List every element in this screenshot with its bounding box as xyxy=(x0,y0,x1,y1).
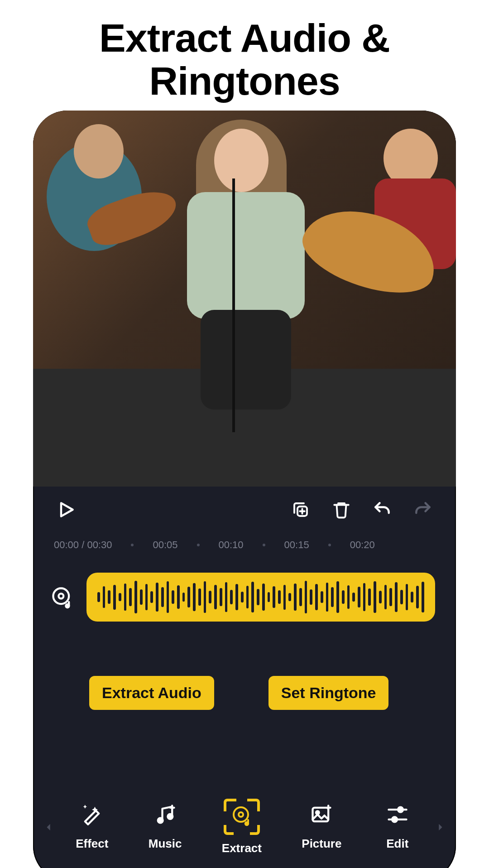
ruler-dot xyxy=(197,544,200,546)
waveform-bar xyxy=(140,589,143,605)
vinyl-note-icon xyxy=(48,583,76,611)
toolbar-scroll-left[interactable] xyxy=(42,822,56,832)
waveform-bar xyxy=(278,590,281,604)
waveform-bar xyxy=(220,588,222,606)
waveform-bar xyxy=(145,584,148,610)
promo-headline: Extract Audio & Ringtones xyxy=(0,0,489,102)
action-buttons: Extract Audio Set Ringtone xyxy=(33,622,456,710)
redo-icon[interactable] xyxy=(411,497,435,522)
waveform-bar xyxy=(97,592,100,602)
waveform-bar xyxy=(422,582,424,612)
app-frame: 00:00 / 00:30 00:05 00:10 00:15 00:20 Ex… xyxy=(33,111,456,868)
ruler-dot xyxy=(328,544,331,546)
time-current-total: 00:00 / 00:30 xyxy=(54,539,112,551)
waveform-bar xyxy=(198,588,201,606)
nav-item-label: Extract xyxy=(222,841,262,855)
ruler-dot xyxy=(131,544,134,546)
waveform-bar xyxy=(352,593,355,602)
image-plus-icon xyxy=(306,799,337,830)
vinyl-note-icon xyxy=(224,799,260,835)
time-tick: 00:15 xyxy=(284,539,309,551)
waveform-bar xyxy=(182,593,185,602)
sliders-icon xyxy=(382,799,413,830)
waveform-bar xyxy=(416,586,419,608)
svg-point-9 xyxy=(239,812,243,817)
nav-item-label: Edit xyxy=(386,837,408,851)
svg-rect-11 xyxy=(313,808,329,821)
waveform-bar xyxy=(241,592,244,603)
nav-item-extract[interactable]: Extract xyxy=(222,799,262,855)
waveform-bar xyxy=(411,592,413,603)
waveform-bar xyxy=(406,584,408,610)
copy-plus-icon[interactable] xyxy=(288,497,313,522)
extract-audio-button[interactable]: Extract Audio xyxy=(89,676,214,710)
waveform-bar xyxy=(326,583,329,612)
nav-item-label: Effect xyxy=(76,837,108,851)
timeline-ruler[interactable]: 00:00 / 00:30 00:05 00:10 00:15 00:20 xyxy=(33,526,456,557)
waveform-bar xyxy=(395,582,398,612)
waveform-bar xyxy=(294,583,297,611)
waveform-bar xyxy=(389,588,392,606)
toolbar-scroll-right[interactable] xyxy=(433,822,447,832)
waveform-bar xyxy=(134,581,137,613)
waveform-bar xyxy=(167,581,169,613)
waveform-bar xyxy=(156,583,158,612)
undo-icon[interactable] xyxy=(370,497,394,522)
waveform-bar xyxy=(251,582,254,612)
svg-point-14 xyxy=(398,807,403,812)
svg-point-8 xyxy=(234,807,248,822)
audio-track-row xyxy=(33,557,456,622)
waveform-bar xyxy=(379,591,382,603)
time-tick: 00:20 xyxy=(350,539,375,551)
waveform-bar xyxy=(299,588,302,606)
svg-marker-0 xyxy=(61,503,73,516)
svg-point-3 xyxy=(58,593,63,598)
waveform-bar xyxy=(204,581,206,613)
time-tick: 00:10 xyxy=(219,539,244,551)
svg-point-16 xyxy=(392,817,397,822)
waveform-bar xyxy=(103,586,105,608)
waveform-bar xyxy=(288,593,291,601)
bottom-toolbar: EffectMusicExtractPictureEdit xyxy=(33,799,456,868)
waveform-bar xyxy=(177,585,180,609)
nav-item-edit[interactable]: Edit xyxy=(382,799,413,855)
waveform-bar xyxy=(384,585,387,609)
video-preview[interactable] xyxy=(33,111,456,487)
sparkle-wand-icon xyxy=(76,799,108,830)
waveform-bar xyxy=(214,585,217,609)
set-ringtone-button[interactable]: Set Ringtone xyxy=(268,676,389,710)
nav-item-music[interactable]: Music xyxy=(149,799,182,855)
waveform-bar xyxy=(363,583,366,611)
svg-point-4 xyxy=(66,604,69,608)
svg-point-2 xyxy=(53,588,69,604)
nav-item-label: Picture xyxy=(302,837,341,851)
player-controls xyxy=(33,487,456,526)
waveform-bar xyxy=(331,587,334,607)
headline-line2: Ringtones xyxy=(149,58,340,103)
waveform-bar xyxy=(209,591,211,603)
waveform-bar xyxy=(262,583,265,611)
time-tick: 00:05 xyxy=(153,539,177,551)
play-icon[interactable] xyxy=(54,497,78,522)
trash-icon[interactable] xyxy=(329,497,354,522)
nav-item-picture[interactable]: Picture xyxy=(302,799,341,855)
waveform-bar xyxy=(336,581,339,613)
svg-marker-17 xyxy=(439,824,442,830)
waveform-bar xyxy=(342,590,345,604)
svg-point-6 xyxy=(158,818,163,823)
waveform-bar xyxy=(161,587,164,607)
svg-point-7 xyxy=(168,814,173,819)
waveform-bar xyxy=(374,581,376,613)
waveform-bar xyxy=(321,591,323,603)
waveform-bar xyxy=(230,590,233,604)
waveform-bar xyxy=(225,582,228,612)
waveform-bar xyxy=(108,590,110,604)
waveform-bar xyxy=(129,588,132,606)
audio-waveform-clip[interactable] xyxy=(86,573,435,622)
waveform-bar xyxy=(368,588,371,606)
waveform-bar xyxy=(347,585,350,609)
nav-item-effect[interactable]: Effect xyxy=(76,799,108,855)
waveform-bar xyxy=(235,584,238,610)
waveform-bar xyxy=(113,585,116,610)
ruler-dot xyxy=(263,544,265,546)
